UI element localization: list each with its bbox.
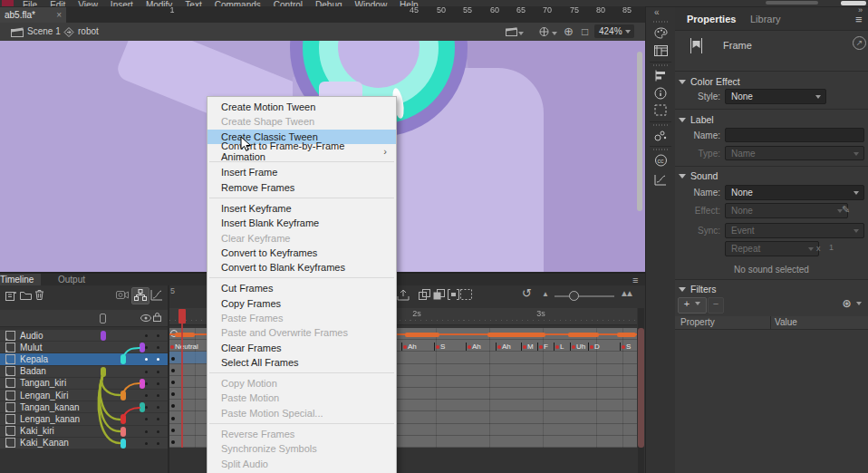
center-frame-icon[interactable]: ⊕: [564, 24, 574, 38]
playhead-line[interactable]: [181, 323, 183, 448]
tab-properties[interactable]: Properties: [687, 14, 736, 24]
edit-multiple-frames-icon[interactable]: [448, 289, 459, 300]
remove-filter-button[interactable]: −: [708, 297, 724, 314]
layer-name[interactable]: Audio: [20, 331, 43, 341]
frame-picker-icon[interactable]: [654, 45, 668, 56]
color-palette-icon[interactable]: [654, 27, 668, 39]
dock-group-handle[interactable]: [653, 64, 668, 66]
keyframe-dot[interactable]: [171, 417, 175, 420]
brush-dots-icon[interactable]: [654, 130, 667, 141]
edit-symbol-icon[interactable]: [538, 26, 550, 37]
menu-item[interactable]: Remove Frames: [207, 179, 396, 194]
timeline-scrollbar-thumb[interactable]: [638, 328, 644, 448]
section-sound[interactable]: Sound: [679, 170, 718, 181]
panel-menu-icon[interactable]: ≡: [855, 13, 863, 26]
menu-item[interactable]: Paste Frames: [207, 311, 396, 325]
chevron-down-icon[interactable]: [552, 32, 557, 35]
mouth-keyframe[interactable]: D: [588, 341, 600, 352]
menu-item[interactable]: Select All Frames: [207, 355, 396, 370]
menu-item[interactable]: Insert Blank Keyframe: [207, 216, 396, 230]
pencil-icon[interactable]: ✎: [842, 204, 850, 216]
add-filter-button[interactable]: +: [678, 297, 707, 314]
menu-item[interactable]: [209, 277, 394, 278]
align-icon[interactable]: [654, 70, 667, 82]
new-folder-button[interactable]: [20, 290, 32, 300]
keyframe-dot[interactable]: [171, 404, 175, 408]
creative-cloud-icon[interactable]: cc: [654, 154, 668, 167]
section-color-effect[interactable]: Color Effect: [679, 76, 740, 87]
menu-item[interactable]: Paste Motion Special...: [207, 406, 396, 420]
layer-name[interactable]: Kaki_kiri: [20, 426, 54, 436]
menu-item[interactable]: Convert to Blank Keyframes: [207, 260, 396, 275]
mouth-keyframe[interactable]: L: [554, 341, 564, 352]
layer-name[interactable]: Tangan_kiri: [20, 378, 66, 388]
layer-name[interactable]: Lengan_Kiri: [20, 391, 68, 401]
menu-item[interactable]: [209, 372, 394, 373]
export-frames-icon[interactable]: [397, 289, 410, 301]
animate-logo-icon[interactable]: [2, 0, 14, 6]
layer-name[interactable]: Mulut: [20, 343, 42, 352]
keyframe-dot[interactable]: [171, 357, 175, 361]
menu-item[interactable]: Convert to Frame-by-Frame Animation ›: [207, 144, 396, 159]
document-tab[interactable]: ab5.fla* ×: [0, 7, 66, 23]
style-dropdown[interactable]: None: [725, 89, 826, 104]
dock-group-handle[interactable]: [653, 124, 668, 126]
tab-output[interactable]: Output: [51, 274, 92, 285]
menu-item[interactable]: Copy Motion: [207, 376, 396, 391]
section-label[interactable]: Label: [679, 114, 714, 125]
collapse-panels-icon[interactable]: «: [654, 7, 660, 17]
tab-library[interactable]: Library: [750, 14, 781, 24]
menu-item[interactable]: Clear Frames: [207, 340, 396, 354]
onion-skin-outline-icon[interactable]: [433, 289, 445, 300]
keyframe-dot[interactable]: [171, 429, 175, 432]
menu-item[interactable]: Insert Frame: [207, 165, 396, 179]
menu-item[interactable]: Create Shape Tween: [207, 114, 396, 129]
mouth-keyframe-first[interactable]: Neutral: [170, 341, 198, 352]
breadcrumb-scene[interactable]: Scene 1: [27, 26, 61, 36]
mouth-keyframe[interactable]: S: [620, 341, 631, 352]
section-filters[interactable]: Filters: [679, 284, 717, 294]
layer-name[interactable]: Kaki_Kanan: [20, 438, 69, 448]
menu-item[interactable]: Synchronize Symbols: [207, 441, 396, 456]
zoom-out-timeline-icon[interactable]: ▲: [542, 290, 549, 298]
breadcrumb-symbol[interactable]: robot: [78, 26, 99, 36]
menu-item[interactable]: [209, 423, 394, 424]
keyframe-dot[interactable]: [171, 381, 175, 384]
menu-item[interactable]: Paste Motion: [207, 391, 396, 405]
filter-options-button[interactable]: ⊛: [838, 297, 865, 312]
transform-icon[interactable]: [654, 104, 667, 116]
mouth-keyframe[interactable]: Uh: [570, 341, 585, 352]
tab-timeline[interactable]: Timeline: [0, 274, 41, 285]
label-name-input[interactable]: [725, 128, 864, 142]
mouth-keyframe[interactable]: Ah: [496, 341, 511, 352]
timeline-zoom-slider-track[interactable]: [555, 295, 614, 297]
mouth-keyframe[interactable]: M: [521, 341, 534, 352]
menu-item[interactable]: Insert Keyframe: [207, 201, 396, 216]
keyframe-dot[interactable]: [171, 440, 175, 444]
onion-skin-icon[interactable]: [419, 289, 430, 300]
mouth-keyframe[interactable]: F: [537, 341, 548, 352]
camera-icon[interactable]: [116, 290, 129, 300]
show-parenting-view-button[interactable]: [131, 287, 149, 304]
zoom-in-timeline-icon[interactable]: ▲▲: [620, 288, 631, 298]
layer-name[interactable]: Lengan_kanan: [20, 414, 80, 424]
layer-name[interactable]: Badan: [20, 366, 46, 376]
menu-item[interactable]: Split Audio: [207, 457, 396, 471]
keyframe-dot[interactable]: [171, 369, 175, 372]
keyframe-dot[interactable]: [171, 392, 175, 396]
modify-markers-icon[interactable]: [460, 289, 472, 300]
mouth-keyframe[interactable]: S: [434, 341, 445, 352]
timeline-zoom-slider-knob[interactable]: [569, 291, 579, 301]
menu-item[interactable]: Create Motion Tween: [207, 100, 396, 114]
edit-scene-icon[interactable]: [506, 27, 517, 36]
delete-layer-button[interactable]: [34, 289, 44, 300]
layer-name[interactable]: Tangan_kanan: [20, 402, 80, 412]
info-icon[interactable]: [654, 87, 667, 100]
loop-icon[interactable]: ↺: [522, 286, 532, 300]
menu-item[interactable]: Cut Frames: [207, 281, 396, 295]
menu-item[interactable]: Reverse Frames: [207, 427, 396, 441]
stage-vertical-scrollbar[interactable]: [637, 52, 642, 211]
menu-item[interactable]: [209, 198, 394, 198]
clip-content-icon[interactable]: □: [582, 25, 588, 38]
close-icon[interactable]: ×: [56, 7, 62, 23]
